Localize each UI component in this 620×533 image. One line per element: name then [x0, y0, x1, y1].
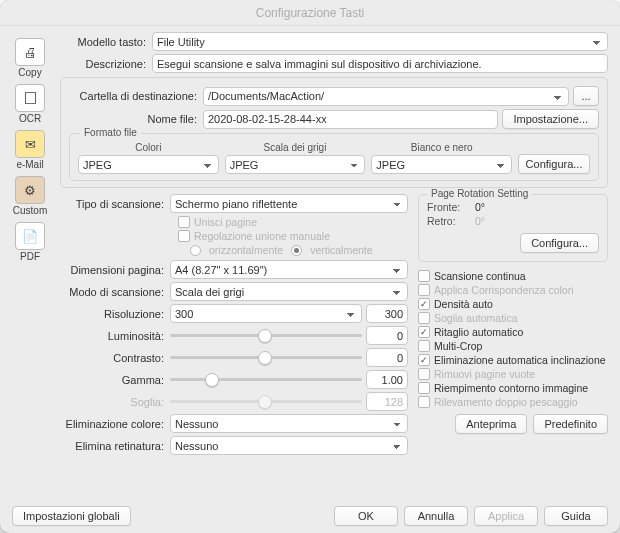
- merge-checkbox: [178, 216, 190, 228]
- ok-button[interactable]: OK: [334, 506, 398, 526]
- autocrop-checkbox[interactable]: [418, 326, 430, 338]
- apply-button: Applica: [474, 506, 538, 526]
- multicrop-checkbox[interactable]: [418, 340, 430, 352]
- filename-input[interactable]: [203, 110, 498, 129]
- browse-button[interactable]: ...: [573, 86, 599, 106]
- sidebar-item-ocr[interactable]: 🞎OCR: [5, 82, 55, 126]
- contrast-label: Contrasto:: [60, 352, 170, 364]
- preview-button[interactable]: Anteprima: [455, 414, 527, 434]
- pagesize-label: Dimensioni pagina:: [60, 264, 170, 276]
- desc-label: Descrizione:: [60, 58, 152, 70]
- sidebar-item-pdf[interactable]: 📄PDF: [5, 220, 55, 264]
- sidebar-item-email[interactable]: ✉e-Mail: [5, 128, 55, 172]
- rotation-group: Page Rotation Setting Fronte:0° Retro:0°…: [418, 194, 608, 262]
- scantype-select[interactable]: Schermo piano riflettente: [170, 194, 408, 213]
- desc-input[interactable]: [152, 54, 608, 73]
- guide-button[interactable]: Guida: [544, 506, 608, 526]
- pagesize-select[interactable]: A4 (8.27" x 11.69"): [170, 260, 408, 279]
- rotation-rear-value: 0°: [475, 215, 485, 227]
- folder-label: Cartella di destinazione:: [69, 90, 203, 102]
- colormatch-checkbox: [418, 284, 430, 296]
- manual-merge-checkbox: [178, 230, 190, 242]
- resolution-select[interactable]: 300: [170, 304, 362, 323]
- gamma-label: Gamma:: [60, 374, 170, 386]
- printer-icon: 🖨: [15, 38, 45, 66]
- dropout-label: Eliminazione colore:: [60, 418, 170, 430]
- file-format-group: Formato file ColoriJPEG Scala dei grigiJ…: [69, 133, 599, 181]
- gamma-num[interactable]: [366, 370, 408, 389]
- contrast-slider[interactable]: [170, 351, 362, 365]
- contrast-num[interactable]: [366, 348, 408, 367]
- model-label: Modello tasto:: [60, 36, 152, 48]
- deskew-checkbox[interactable]: [418, 354, 430, 366]
- mail-icon: ✉: [15, 130, 45, 158]
- threshold-slider: [170, 395, 362, 409]
- sidebar: 🖨Copy 🞎OCR ✉e-Mail ⚙Custom 📄PDF: [0, 26, 60, 499]
- brightness-num[interactable]: [366, 326, 408, 345]
- rotation-config-button[interactable]: Configura...: [520, 233, 599, 253]
- ff-gray-select[interactable]: JPEG: [225, 155, 366, 174]
- titlebar: Configurazione Tasti: [0, 0, 620, 26]
- vert-radio: [291, 245, 302, 256]
- dropout-select[interactable]: Nessuno: [170, 414, 408, 433]
- horiz-radio: [190, 245, 201, 256]
- footer: Impostazioni globali OK Annulla Applica …: [0, 499, 620, 533]
- descreen-label: Elimina retinatura:: [60, 440, 170, 452]
- scanmode-label: Modo di scansione:: [60, 286, 170, 298]
- resolution-label: Risoluzione:: [60, 308, 170, 320]
- filename-setup-button[interactable]: Impostazione...: [502, 109, 599, 129]
- gamma-slider[interactable]: [170, 373, 362, 387]
- default-button[interactable]: Predefinito: [533, 414, 608, 434]
- autothresh-checkbox: [418, 312, 430, 324]
- ff-color-select[interactable]: JPEG: [78, 155, 219, 174]
- blank-checkbox: [418, 368, 430, 380]
- ff-bw-select[interactable]: JPEG: [371, 155, 512, 174]
- resolution-num[interactable]: [366, 304, 408, 323]
- brightness-slider[interactable]: [170, 329, 362, 343]
- global-settings-button[interactable]: Impostazioni globali: [12, 506, 131, 526]
- cancel-button[interactable]: Annulla: [404, 506, 468, 526]
- main-panel: Modello tasto: File Utility Descrizione:…: [60, 26, 620, 499]
- autodensity-checkbox[interactable]: [418, 298, 430, 310]
- scanmode-select[interactable]: Scala dei grigi: [170, 282, 408, 301]
- destination-group: Cartella di destinazione: /Documents/Mac…: [60, 77, 608, 188]
- ocr-icon: 🞎: [15, 84, 45, 112]
- rotation-front-value: 0°: [475, 201, 485, 213]
- sidebar-item-custom[interactable]: ⚙Custom: [5, 174, 55, 218]
- window: Configurazione Tasti 🖨Copy 🞎OCR ✉e-Mail …: [0, 0, 620, 533]
- threshold-label: Soglia:: [60, 396, 170, 408]
- sidebar-item-copy[interactable]: 🖨Copy: [5, 36, 55, 80]
- fill-checkbox[interactable]: [418, 382, 430, 394]
- multifeed-checkbox: [418, 396, 430, 408]
- threshold-num: [366, 392, 408, 411]
- folder-select[interactable]: /Documents/MacAction/: [203, 87, 569, 106]
- filename-label: Nome file:: [69, 113, 203, 125]
- brightness-label: Luminosità:: [60, 330, 170, 342]
- continuous-checkbox[interactable]: [418, 270, 430, 282]
- model-select[interactable]: File Utility: [152, 32, 608, 51]
- pdf-icon: 📄: [15, 222, 45, 250]
- ff-config-button[interactable]: Configura...: [518, 154, 590, 174]
- scantype-label: Tipo di scansione:: [60, 198, 170, 210]
- descreen-select[interactable]: Nessuno: [170, 436, 408, 455]
- gear-icon: ⚙: [15, 176, 45, 204]
- file-format-title: Formato file: [80, 127, 141, 138]
